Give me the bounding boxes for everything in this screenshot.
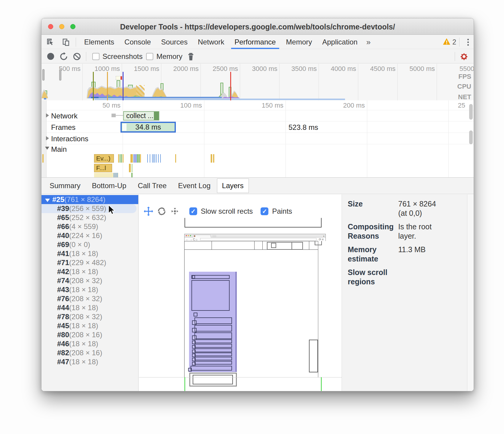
screenshots-checkbox-label[interactable]: Screenshots <box>102 52 142 61</box>
main-event-bar[interactable] <box>133 154 134 163</box>
timeline-overview[interactable]: 500 ms1000 ms1500 ms2000 ms2500 ms3000 m… <box>41 64 474 100</box>
layer-tree-item-25[interactable]: #25(761 × 8264) <box>41 195 138 204</box>
layer-tree-item-44[interactable]: #44(18 × 18) <box>41 303 138 312</box>
paints-checkbox[interactable]: ✓ <box>261 207 268 215</box>
layer-tree-item-47[interactable]: #47(18 × 18) <box>41 357 138 366</box>
rotate-mode-icon[interactable] <box>155 205 168 217</box>
layer-tree-item-76[interactable]: #76(208 × 32) <box>41 294 138 303</box>
paints-label[interactable]: Paints <box>272 207 292 215</box>
main-event-bar[interactable] <box>121 154 122 163</box>
main-event-bar[interactable] <box>120 154 121 163</box>
layer-tree-item-78[interactable]: #78(208 × 32) <box>41 312 138 321</box>
layer-tree-item-74[interactable]: #74(208 × 32) <box>41 276 138 285</box>
main-track-label[interactable]: Main <box>51 145 67 154</box>
expand-triangle-icon[interactable] <box>45 199 50 202</box>
flame-vertical-scrollbar-thumb[interactable] <box>469 104 473 120</box>
memory-checkbox-label[interactable]: Memory <box>156 52 182 61</box>
main-event-bar[interactable] <box>147 154 148 163</box>
main-event-bar[interactable] <box>175 154 176 163</box>
main-event-bar[interactable] <box>139 154 140 163</box>
layer-tree-item-39[interactable]: #39(256 × 559) <box>41 204 136 213</box>
overview-selection-handle-right[interactable] <box>59 69 61 81</box>
tab-layers[interactable]: Layers <box>217 179 249 193</box>
clear-profiles-button[interactable] <box>70 50 84 63</box>
main-event-bar[interactable] <box>131 173 133 177</box>
tab-sources[interactable]: Sources <box>156 35 193 49</box>
tab-network[interactable]: Network <box>193 35 229 49</box>
main-event-bar[interactable] <box>129 164 131 172</box>
main-event-bar[interactable] <box>150 154 150 163</box>
selected-frame[interactable]: 34.8 ms <box>121 122 176 133</box>
trash-icon[interactable] <box>184 50 197 63</box>
network-track-label[interactable]: Network <box>51 112 78 120</box>
main-event-bar[interactable] <box>211 154 212 163</box>
screenshots-checkbox[interactable] <box>92 53 99 60</box>
tab-call-tree[interactable]: Call Tree <box>133 179 172 193</box>
layer-tree-item-43[interactable]: #43(18 × 18) <box>41 285 138 294</box>
devtools-menu-button[interactable] <box>463 39 474 46</box>
tab-event-log[interactable]: Event Log <box>173 179 215 193</box>
network-expander-icon[interactable] <box>46 113 49 118</box>
main-event-bar[interactable] <box>140 154 141 163</box>
layer-tree-item-45[interactable]: #45(18 × 18) <box>41 321 138 330</box>
layer-tree-item-65[interactable]: #65(252 × 632) <box>41 213 138 222</box>
toggle-device-toolbar-icon[interactable] <box>60 36 73 48</box>
main-event-bar[interactable] <box>137 154 138 163</box>
slow-scroll-rects-label[interactable]: Slow scroll rects <box>201 207 253 215</box>
main-expander-icon[interactable] <box>45 147 49 150</box>
capture-settings-gear-icon[interactable] <box>457 50 471 63</box>
main-event-bar[interactable] <box>152 154 153 163</box>
slow-scroll-rects-checkbox[interactable]: ✓ <box>189 207 197 215</box>
record-button[interactable] <box>44 50 57 63</box>
layer-id: #74 <box>57 277 69 285</box>
main-event-bar[interactable] <box>130 154 133 163</box>
main-event-block[interactable]: F...l <box>94 164 112 172</box>
layer-tree-item-71[interactable]: #71(229 × 482) <box>41 258 138 267</box>
main-event-bar[interactable] <box>156 154 157 163</box>
main-event-bar[interactable] <box>131 164 133 172</box>
flame-vertical-scrollbar-thumb[interactable] <box>469 130 473 144</box>
layers-3d-view[interactable]: ✓ Slow scroll rects ✓ Paints <box>139 194 342 391</box>
overview-selection-handle-left[interactable] <box>42 69 44 81</box>
main-event-bar[interactable] <box>153 154 154 163</box>
details-scrollbar-track[interactable] <box>467 194 474 391</box>
frames-track-label[interactable]: Frames <box>51 123 75 132</box>
layer-tree-item-66[interactable]: #66(4 × 559) <box>41 222 138 231</box>
memory-checkbox[interactable] <box>146 53 153 60</box>
layer-tree-item-40[interactable]: #40(224 × 16) <box>41 231 138 240</box>
tab-memory[interactable]: Memory <box>281 35 317 49</box>
main-event-bar[interactable] <box>154 154 155 163</box>
tab-summary[interactable]: Summary <box>44 179 86 193</box>
layer-tree-item-80[interactable]: #80(208 × 16) <box>41 330 138 339</box>
main-event-bar[interactable] <box>42 154 44 163</box>
main-event-bar[interactable] <box>158 154 159 163</box>
layer-tree-item-82[interactable]: #82(208 × 16) <box>41 348 138 357</box>
warning-icon[interactable] <box>443 38 451 46</box>
main-event-bar[interactable] <box>135 154 136 163</box>
layer-tree-item-41[interactable]: #41(18 × 18) <box>41 249 138 258</box>
main-event-bar[interactable] <box>123 154 124 163</box>
flame-chart[interactable]: 50 ms100 ms150 ms200 ms25 Network collec… <box>41 100 474 178</box>
main-event-bar[interactable] <box>118 154 119 163</box>
main-event-bar[interactable] <box>136 154 137 163</box>
tab-console[interactable]: Console <box>119 35 156 49</box>
main-event-bar[interactable] <box>160 154 161 163</box>
reset-view-icon[interactable] <box>168 205 182 217</box>
layer-tree-item-46[interactable]: #46(18 × 18) <box>41 339 138 348</box>
inspect-element-icon[interactable] <box>44 36 57 48</box>
interactions-track-label[interactable]: Interactions <box>51 135 88 143</box>
reload-and-profile-button[interactable] <box>57 50 70 63</box>
pan-mode-icon[interactable] <box>142 205 155 217</box>
main-event-bar[interactable] <box>213 154 214 163</box>
layer-tree-item-42[interactable]: #42(18 × 18) <box>41 267 138 276</box>
main-event-bar[interactable] <box>114 173 118 177</box>
tab-bottom-up[interactable]: Bottom-Up <box>87 179 132 193</box>
tab-application[interactable]: Application <box>317 35 362 49</box>
window-titlebar[interactable]: Developer Tools - https://developers.goo… <box>41 18 474 35</box>
layer-tree-item-69[interactable]: #69(0 × 0) <box>41 240 138 249</box>
interactions-expander-icon[interactable] <box>46 136 49 140</box>
main-event-block[interactable]: Ev...) <box>94 154 114 163</box>
tab-elements[interactable]: Elements <box>79 35 119 49</box>
tab-performance[interactable]: Performance <box>229 35 281 49</box>
more-tabs-button[interactable]: » <box>363 38 374 47</box>
